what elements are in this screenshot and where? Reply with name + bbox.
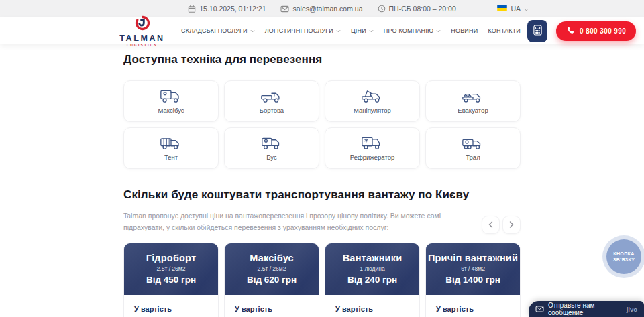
nav-item-news[interactable]: НОВИНИ xyxy=(451,27,478,34)
pricing-card-spec: 6т / 48м2 xyxy=(461,265,485,272)
datetime: 15.10.2025, 01:12:21 xyxy=(188,5,266,13)
vehicle-label: Рефрижератор xyxy=(350,153,394,161)
carousel-next-button[interactable] xyxy=(502,216,521,234)
chevron-down-icon xyxy=(250,27,255,34)
clock-icon xyxy=(378,5,386,13)
callback-button[interactable]: КНОПКА ЗВ'ЯЗКУ xyxy=(606,239,641,274)
vehicle-card-tent[interactable]: Тент xyxy=(123,127,219,169)
tow-truck-icon xyxy=(461,88,485,104)
vehicle-label: Бус xyxy=(266,153,276,161)
pricing-card-name: Гідроборт xyxy=(146,253,197,263)
vehicle-label: Максібус xyxy=(158,107,184,114)
language-label: UA xyxy=(511,5,521,13)
datetime-text: 15.10.2025, 01:12:21 xyxy=(199,5,266,13)
vehicle-card-refrigerator[interactable]: Рефрижератор xyxy=(325,127,420,169)
callback-line1: КНОПКА xyxy=(613,251,635,256)
vehicles-grid: Максібус Бортова Маніпулято xyxy=(123,80,521,169)
vehicle-card-evakuator[interactable]: Евакуатор xyxy=(425,80,521,122)
pricing-card-spec: 2.5т / 26м2 xyxy=(258,265,286,272)
pricing-card-price: Від 450 грн xyxy=(146,275,196,285)
logo-subtitle: LOGISTICS xyxy=(127,44,158,47)
pricing-card-head: Максібус 2.5т / 26м2 Від 620 грн xyxy=(225,243,319,295)
nav-item-warehouse-services[interactable]: СКЛАДСЬКІ ПОСЛУГИ xyxy=(181,27,255,34)
logo-title: TALMAN xyxy=(119,34,164,43)
pricing-card-price: Від 620 грн xyxy=(247,275,297,285)
email-text: sales@talman.com.ua xyxy=(292,5,362,13)
pricing-section-title: Скільки буде коштувати транспортування в… xyxy=(123,188,521,202)
callback-line2: ЗВ'ЯЗКУ xyxy=(613,257,635,262)
logo-emblem-icon xyxy=(135,15,150,34)
vehicle-card-maksibus[interactable]: Максібус xyxy=(123,80,219,122)
trailer-truck-icon xyxy=(461,135,485,151)
phone-button[interactable]: 0 800 300 990 xyxy=(556,21,636,41)
pricing-description: Talman пропонує доступні ціни на вантажо… xyxy=(123,210,447,234)
chevron-down-icon xyxy=(369,27,374,34)
vehicle-label: Трал xyxy=(466,153,480,161)
refrigerator-truck-icon xyxy=(360,135,384,151)
pricing-card-name: Причіп вантажний xyxy=(428,253,518,263)
pricing-card-prychip: Причіп вантажний 6т / 48м2 Від 1400 грн … xyxy=(425,243,521,317)
pricing-card-maksibus: Максібус 2.5т / 26м2 Від 620 грн У варті… xyxy=(224,243,319,317)
pricing-card-name: Вантажники xyxy=(343,253,402,263)
nav-label: СКЛАДСЬКІ ПОСЛУГИ xyxy=(181,27,248,34)
calendar-icon xyxy=(188,5,196,13)
nav-label: ЦІНИ xyxy=(351,27,366,34)
flatbed-truck-icon xyxy=(260,88,284,104)
pricing-card-price: Від 240 грн xyxy=(347,275,397,285)
vehicle-label: Евакуатор xyxy=(458,107,488,114)
chat-brand-label: jivo xyxy=(627,306,637,313)
vehicle-card-manipulator[interactable]: Маніпулятор xyxy=(325,80,420,122)
crane-truck-icon xyxy=(360,88,384,104)
vehicle-card-bortova[interactable]: Бортова xyxy=(224,80,319,122)
ua-flag-icon xyxy=(497,5,507,13)
chat-widget[interactable]: Отправьте нам сообщение jivo xyxy=(529,301,644,317)
pricing-intro-row: Talman пропонує доступні ціни на вантажо… xyxy=(123,210,521,234)
header: TALMAN LOGISTICS СКЛАДСЬКІ ПОСЛУГИ ЛОГІС… xyxy=(0,17,644,44)
pricing-card-hidrobort: Гідроборт 2.5т / 26м2 Від 450 грн У варт… xyxy=(123,243,219,317)
main-nav: СКЛАДСЬКІ ПОСЛУГИ ЛОГІСТИЧНІ ПОСЛУГИ ЦІН… xyxy=(181,27,521,34)
nav-item-contacts[interactable]: КОНТАКТИ xyxy=(488,27,521,34)
pricing-grid: Гідроборт 2.5т / 26м2 Від 450 грн У варт… xyxy=(123,243,521,317)
pricing-card-price: Від 1400 грн xyxy=(445,275,500,285)
pricing-card-note: У вартість мінімального замовлення за 45… xyxy=(325,295,419,317)
pricing-card-spec: 1 людина xyxy=(360,265,384,272)
chevron-down-icon xyxy=(336,27,341,34)
pricing-card-head: Гідроборт 2.5т / 26м2 Від 450 грн xyxy=(124,243,218,295)
vehicle-card-tral[interactable]: Трал xyxy=(425,127,521,169)
nav-label: ПРО КОМПАНІЮ xyxy=(384,27,433,34)
nav-label: КОНТАКТИ xyxy=(488,27,521,34)
pricing-card-head: Причіп вантажний 6т / 48м2 Від 1400 грн xyxy=(426,243,520,295)
envelope-icon xyxy=(280,5,289,13)
vehicle-label: Бортова xyxy=(260,107,284,114)
nav-label: ЛОГІСТИЧНІ ПОСЛУГИ xyxy=(265,27,333,34)
pricing-card-head: Вантажники 1 людина Від 240 грн xyxy=(325,243,419,295)
pricing-card-note: У вартість мінімального замовлення за 45… xyxy=(225,295,319,317)
calculator-icon xyxy=(533,24,543,38)
vehicles-section-title: Доступна техніка для перевезення xyxy=(123,53,521,66)
chat-label: Отправьте нам сообщение xyxy=(548,302,623,316)
chevron-down-icon xyxy=(524,5,529,13)
vehicle-label: Тент xyxy=(164,153,178,161)
language-selector[interactable]: UA xyxy=(497,0,529,17)
topbar: 15.10.2025, 01:12:21 sales@talman.com.ua… xyxy=(0,0,644,17)
carousel-prev-button[interactable] xyxy=(482,216,500,234)
chat-envelope-icon xyxy=(535,303,544,315)
nav-item-about[interactable]: ПРО КОМПАНІЮ xyxy=(384,27,441,34)
email[interactable]: sales@talman.com.ua xyxy=(280,5,362,13)
pricing-card-spec: 2.5т / 26м2 xyxy=(157,265,186,272)
chevron-down-icon xyxy=(436,27,441,34)
phone-number: 0 800 300 990 xyxy=(580,27,626,35)
vehicle-card-bus[interactable]: Бус xyxy=(224,127,319,169)
carousel-arrows xyxy=(482,216,521,234)
box-truck-icon xyxy=(159,88,183,104)
pricing-card-vantazhnyky: Вантажники 1 людина Від 240 грн У вартіс… xyxy=(325,243,420,317)
pricing-card-note: У вартість мінімального замовлення за 45… xyxy=(426,295,520,317)
nav-item-logistics-services[interactable]: ЛОГІСТИЧНІ ПОСЛУГИ xyxy=(265,27,341,34)
pricing-card-note: У вартість мінімального замовлення за 45… xyxy=(124,295,218,317)
logo[interactable]: TALMAN LOGISTICS xyxy=(114,15,170,47)
calculator-button[interactable] xyxy=(527,20,547,42)
working-hours: ПН-СБ 08:00 – 20:00 xyxy=(378,5,456,13)
main-content: Доступна техніка для перевезення Максібу… xyxy=(123,53,521,317)
chevron-right-icon xyxy=(509,220,514,230)
nav-item-prices[interactable]: ЦІНИ xyxy=(351,27,374,34)
